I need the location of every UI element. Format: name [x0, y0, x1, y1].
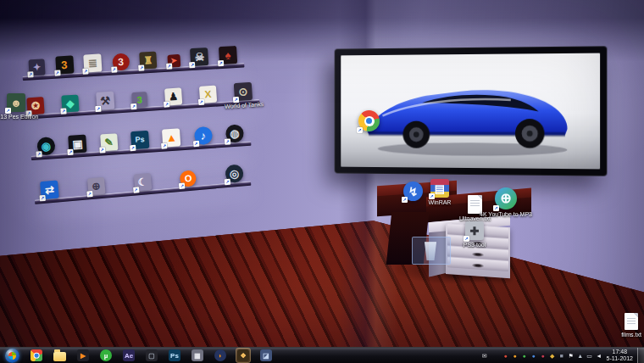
tray-color-profile-icon[interactable]: ◆	[549, 353, 556, 359]
paint-net-shortcut[interactable]: ✎↗	[100, 133, 118, 151]
vlc-shortcut[interactable]: ▲↗	[162, 128, 180, 147]
globe-app-shortcut[interactable]: ⊕↗	[87, 177, 106, 196]
sims-3-shortcut[interactable]: ◆↗	[61, 94, 79, 112]
winrar-shortcut[interactable]: ▤↗WinRAR	[430, 179, 449, 198]
taskbar-utorrent-icon: µ	[100, 349, 112, 361]
ps3-tool-shortcut-label: PS3 tool	[464, 242, 486, 248]
show-desktop-button[interactable]	[637, 348, 644, 363]
white-box-game-shortcut-glyph: ≣	[88, 58, 98, 70]
shortcut-arrow-overlay: ↗	[225, 138, 230, 144]
ps3-tool-shortcut[interactable]: ✚↗PS3 tool	[465, 221, 484, 240]
world-of-tanks-shortcut[interactable]: ⊙↗World of Tanks	[234, 82, 253, 101]
shortcut-arrow-overlay: ↗	[402, 197, 408, 203]
4k-youtube-to-mp3-shortcut-glyph: ⊕	[500, 192, 511, 205]
battlefield-3-shortcut[interactable]: 3↗	[55, 55, 74, 74]
counter-strike-shortcut[interactable]: ♟↗	[164, 87, 182, 105]
steam-shortcut-glyph: ◎	[229, 168, 239, 180]
teamviewer-shortcut[interactable]: ⇄↗	[40, 181, 59, 200]
taskbar-after-effects-icon: Ae	[123, 349, 135, 361]
windows-flag-icon	[8, 352, 16, 360]
vlc-shortcut-glyph: ▲	[166, 132, 178, 144]
skull-game-shortcut[interactable]: ☠↗	[190, 47, 208, 66]
green-3-game-shortcut[interactable]: 3↗	[131, 92, 147, 108]
emblem-game-shortcut-glyph: ✦	[33, 63, 42, 73]
pes-2013-shortcut[interactable]: ☻↗2013 Pes Edition	[7, 93, 25, 112]
google-chrome-shortcut[interactable]: ↗	[358, 110, 380, 131]
taskbar-photo-viewer[interactable]: ❖	[236, 349, 250, 362]
shortcut-arrow-overlay: ↗	[133, 187, 140, 193]
steam-shortcut[interactable]: ◎↗	[225, 164, 244, 183]
taskbar-capture-tool[interactable]: ▢	[145, 349, 158, 362]
taskbar-after-effects[interactable]: Ae	[122, 349, 136, 362]
tv-screen	[341, 53, 600, 170]
tray-display-icon[interactable]: ▭	[586, 353, 593, 359]
start-button[interactable]	[4, 348, 20, 363]
lamborghini-image	[351, 64, 589, 162]
white-box-game-shortcut[interactable]: ≣↗	[83, 53, 102, 72]
emblem-game-shortcut[interactable]: ✦↗	[28, 59, 45, 75]
wall-tv	[335, 46, 608, 176]
red-emblem-game-shortcut-glyph: 3	[118, 57, 124, 67]
taskbar-notes-app[interactable]: ◪	[259, 349, 273, 362]
taskbar-firefox-icon: ◗	[214, 349, 226, 361]
taskbar-media-player[interactable]: ▶	[76, 349, 90, 362]
shortcut-arrow-overlay: ↗	[60, 108, 66, 114]
media-player-classic-shortcut[interactable]: ◉↗	[36, 137, 55, 155]
windows-desktop: ✦↗3↗≣↗3↗♜↗➤↗☠↗♠↗ ✪↗◆↗⚒↗3↗♟↗X↗⊙↗World of …	[0, 0, 644, 363]
tray-app-icon[interactable]: ■	[558, 353, 565, 359]
taskbar-photoshop-icon: Ps	[169, 349, 180, 361]
shortcut-arrow-overlay: ↗	[225, 179, 231, 186]
flight-simulator-x-shortcut[interactable]: X↗	[199, 86, 217, 103]
ps3-tool-shortcut-glyph: ✚	[470, 226, 480, 237]
tray-flag-icon[interactable]: ⚑	[568, 353, 575, 359]
moon-app-shortcut[interactable]: ☾↗	[133, 173, 152, 192]
daemon-tools-lite-shortcut-glyph: ↯	[408, 186, 419, 198]
battlefield-3-shortcut-glyph: 3	[61, 59, 68, 70]
taskbar-pinned-items: ▶µAe▢Ps▦◗❖◪	[0, 348, 481, 363]
red-car-game-shortcut[interactable]: ➤↗	[167, 54, 180, 68]
taskbar-chrome[interactable]	[30, 349, 43, 362]
films-txt-file[interactable]: films.txt	[625, 313, 638, 330]
tray-utorrent-icon[interactable]: ●	[521, 353, 528, 359]
cube-app-shortcut[interactable]: ▣↗	[69, 135, 87, 154]
taskbar-explorer[interactable]	[53, 349, 67, 362]
tray-security-icon[interactable]: ●	[502, 353, 509, 359]
taskbar-photoshop[interactable]: Ps	[168, 349, 181, 362]
taskbar-cart-app[interactable]: ▦	[191, 349, 204, 362]
shortcut-arrow-overlay: ↗	[179, 182, 186, 189]
war-game-shortcut[interactable]: ✪↗	[26, 97, 44, 114]
green-3-game-shortcut-glyph: 3	[136, 95, 142, 104]
film-reel-shortcut-glyph: ◍	[230, 128, 240, 140]
daemon-tools-lite-shortcut[interactable]: ↯↗	[403, 182, 423, 201]
4k-youtube-to-mp3-shortcut-label: 4K YouTube to MP3	[480, 211, 532, 217]
hatted-figure-game-shortcut[interactable]: ♠↗	[219, 46, 237, 64]
pes-2013-shortcut-label: 2013 Pes Edition	[0, 114, 38, 120]
chrome-hub	[34, 353, 40, 359]
gold-figure-game-shortcut[interactable]: ♜↗	[139, 52, 157, 70]
tray-volume-icon[interactable]: ◄	[596, 353, 602, 359]
origin-shortcut[interactable]: O↗	[180, 170, 197, 187]
film-reel-shortcut[interactable]: ◍↗	[225, 124, 244, 142]
itunes-shortcut[interactable]: ♪↗	[194, 126, 213, 145]
taskbar-utorrent[interactable]: µ	[99, 349, 113, 362]
tray-update-icon[interactable]: ●	[512, 353, 519, 359]
taskbar-firefox[interactable]: ◗	[214, 349, 227, 362]
photoshop-shortcut[interactable]: Ps↗	[130, 131, 149, 149]
shortcut-arrow-overlay: ↗	[54, 70, 60, 75]
taskbar: ▶µAe▢Ps▦◗❖◪ ✉●●●●●◆■⚑▲▭◄ 17:48 5-11-2012	[0, 347, 644, 363]
google-chrome-shortcut-hub	[364, 116, 375, 126]
itunes-shortcut-glyph: ♪	[200, 130, 206, 141]
winrar-shortcut-glyph: ▤	[435, 183, 445, 194]
shortcut-arrow-overlay: ↗	[164, 101, 169, 107]
shortcut-arrow-overlay: ↗	[198, 99, 204, 105]
tray-sync-icon[interactable]: ●	[530, 353, 537, 359]
4k-youtube-to-mp3-shortcut[interactable]: ⊕↗4K YouTube to MP3	[495, 187, 517, 209]
crossed-tools-game-shortcut[interactable]: ⚒↗	[96, 92, 114, 110]
tray-eject-icon[interactable]: ▲	[577, 353, 584, 359]
tray-mail-icon[interactable]: ✉	[481, 353, 488, 359]
skull-game-shortcut-glyph: ☠	[194, 51, 204, 63]
start-button-icon	[5, 349, 19, 363]
taskbar-clock[interactable]: 17:48 5-11-2012	[602, 349, 637, 362]
tray-alert-icon[interactable]: ●	[540, 353, 547, 359]
red-emblem-game-shortcut[interactable]: 3↗	[112, 53, 130, 71]
